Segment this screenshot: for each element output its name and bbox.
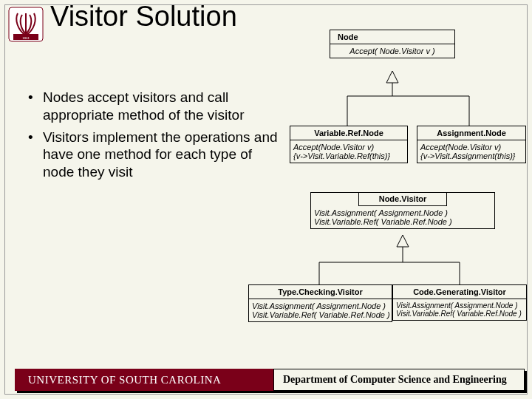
svg-marker-8 <box>397 235 409 247</box>
footer-university-text: UNIVERSITY OF SOUTH CAROLINA <box>28 374 221 386</box>
svg-marker-3 <box>386 71 398 83</box>
footer-university: UNIVERSITY OF SOUTH CAROLINA <box>15 369 273 391</box>
footer-department-text: Department of Computer Science and Engin… <box>283 374 507 386</box>
uml-connectors-icon <box>0 0 532 399</box>
footer-department: Department of Computer Science and Engin… <box>273 369 525 391</box>
